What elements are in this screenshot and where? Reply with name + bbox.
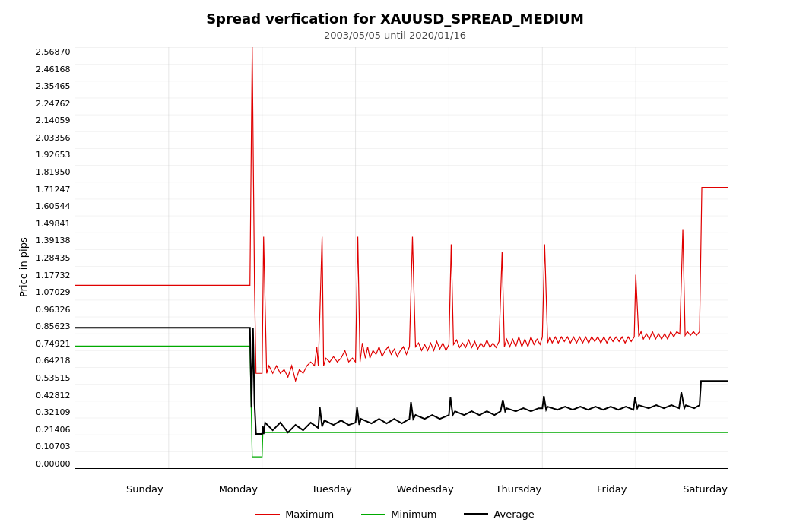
x-tick-label: Saturday: [658, 483, 752, 495]
x-tick-label: Sunday: [98, 483, 192, 495]
legend-item: Average: [464, 508, 534, 520]
legend-item: Minimum: [361, 508, 436, 520]
x-tick-label: Monday: [192, 483, 285, 495]
y-tick-label: 0.21406: [36, 425, 71, 435]
y-tick-label: 2.24762: [36, 99, 71, 109]
main-chart: [75, 47, 728, 469]
y-tick-label: 2.03356: [36, 133, 71, 143]
legend-label: Average: [493, 508, 534, 520]
y-tick-label: 0.64218: [36, 356, 71, 366]
x-axis-labels: SundayMondayTuesdayWednesdayThursdayFrid…: [98, 483, 752, 495]
chart-subtitle: 2003/05/05 until 2020/01/16: [324, 30, 466, 41]
y-tick-label: 0.00000: [36, 459, 71, 469]
y-tick-label: 0.42812: [36, 391, 71, 401]
y-tick-label: 2.35465: [36, 81, 71, 91]
y-tick-label: 1.28435: [36, 253, 71, 263]
legend-line: [361, 514, 385, 515]
x-tick-label: Tuesday: [285, 483, 379, 495]
y-axis-label: Price in pips: [15, 55, 30, 480]
x-tick-label: Friday: [565, 483, 658, 495]
y-tick-label: 1.39138: [36, 236, 71, 245]
legend: MaximumMinimumAverage: [255, 508, 535, 520]
y-tick-label: 1.60544: [36, 201, 71, 211]
x-tick-label: Thursday: [471, 483, 565, 495]
y-tick-label: 0.96326: [36, 305, 71, 315]
y-tick-label: 2.46168: [36, 65, 71, 74]
legend-line: [464, 513, 488, 515]
legend-item: Maximum: [255, 508, 334, 520]
y-tick-label: 0.32109: [36, 407, 71, 417]
legend-label: Minimum: [391, 508, 436, 520]
y-tick-label: 0.53515: [36, 373, 71, 383]
y-tick-label: 1.07029: [36, 287, 71, 297]
x-tick-label: Wednesday: [379, 483, 472, 495]
y-tick-label: 0.85623: [36, 321, 71, 331]
y-tick-label: 1.71247: [36, 185, 71, 195]
y-tick-label: 0.74921: [36, 339, 71, 349]
y-tick-label: 1.92653: [36, 150, 71, 160]
legend-label: Maximum: [285, 508, 334, 520]
chart-container: Spread verfication for XAUUSD_SPREAD_MED…: [0, 0, 790, 532]
y-tick-labels: 2.568702.461682.354652.247622.140592.033…: [30, 47, 75, 469]
chart-wrap: Price in pips 2.568702.461682.354652.247…: [15, 47, 776, 480]
legend-line: [255, 514, 280, 515]
y-tick-label: 2.14059: [36, 116, 71, 125]
svg-rect-1: [75, 47, 728, 468]
chart-title: Spread verfication for XAUUSD_SPREAD_MED…: [206, 11, 584, 27]
y-tick-label: 1.49841: [36, 219, 71, 229]
y-tick-label: 1.17732: [36, 271, 71, 280]
y-tick-label: 1.81950: [36, 167, 71, 177]
y-tick-label: 0.10703: [36, 442, 71, 451]
y-tick-label: 2.56870: [36, 47, 71, 57]
